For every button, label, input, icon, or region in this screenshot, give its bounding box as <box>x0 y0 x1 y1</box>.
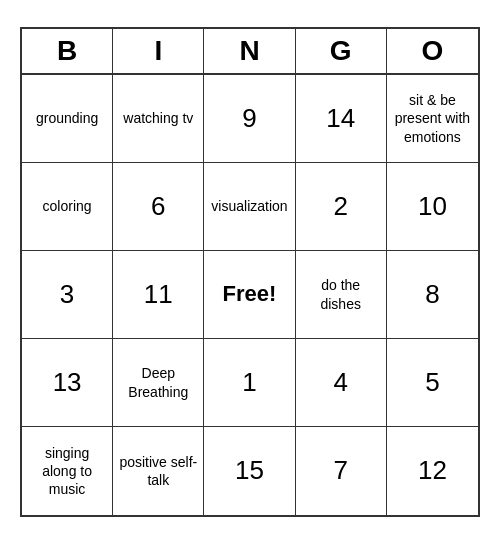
header-letter-G: G <box>296 29 387 73</box>
bingo-grid: groundingwatching tv914sit & be present … <box>22 75 478 515</box>
cell-r4-c3: 7 <box>296 427 387 515</box>
cell-r0-c3: 14 <box>296 75 387 163</box>
cell-r1-c1: 6 <box>113 163 204 251</box>
bingo-header: BINGO <box>22 29 478 75</box>
bingo-card: BINGO groundingwatching tv914sit & be pr… <box>20 27 480 517</box>
cell-r4-c0: singing along to music <box>22 427 113 515</box>
cell-r0-c4: sit & be present with emotions <box>387 75 478 163</box>
cell-r2-c0: 3 <box>22 251 113 339</box>
cell-r1-c4: 10 <box>387 163 478 251</box>
header-letter-I: I <box>113 29 204 73</box>
cell-r3-c0: 13 <box>22 339 113 427</box>
cell-r4-c4: 12 <box>387 427 478 515</box>
cell-r4-c2: 15 <box>204 427 295 515</box>
cell-r3-c1: Deep Breathing <box>113 339 204 427</box>
cell-r2-c1: 11 <box>113 251 204 339</box>
header-letter-N: N <box>204 29 295 73</box>
cell-r2-c4: 8 <box>387 251 478 339</box>
cell-r0-c0: grounding <box>22 75 113 163</box>
cell-r1-c2: visualization <box>204 163 295 251</box>
cell-r1-c0: coloring <box>22 163 113 251</box>
cell-r3-c4: 5 <box>387 339 478 427</box>
cell-r0-c1: watching tv <box>113 75 204 163</box>
cell-r4-c1: positive self-talk <box>113 427 204 515</box>
cell-r1-c3: 2 <box>296 163 387 251</box>
cell-r3-c3: 4 <box>296 339 387 427</box>
cell-r2-c2: Free! <box>204 251 295 339</box>
cell-r3-c2: 1 <box>204 339 295 427</box>
header-letter-O: O <box>387 29 478 73</box>
header-letter-B: B <box>22 29 113 73</box>
cell-r0-c2: 9 <box>204 75 295 163</box>
cell-r2-c3: do the dishes <box>296 251 387 339</box>
